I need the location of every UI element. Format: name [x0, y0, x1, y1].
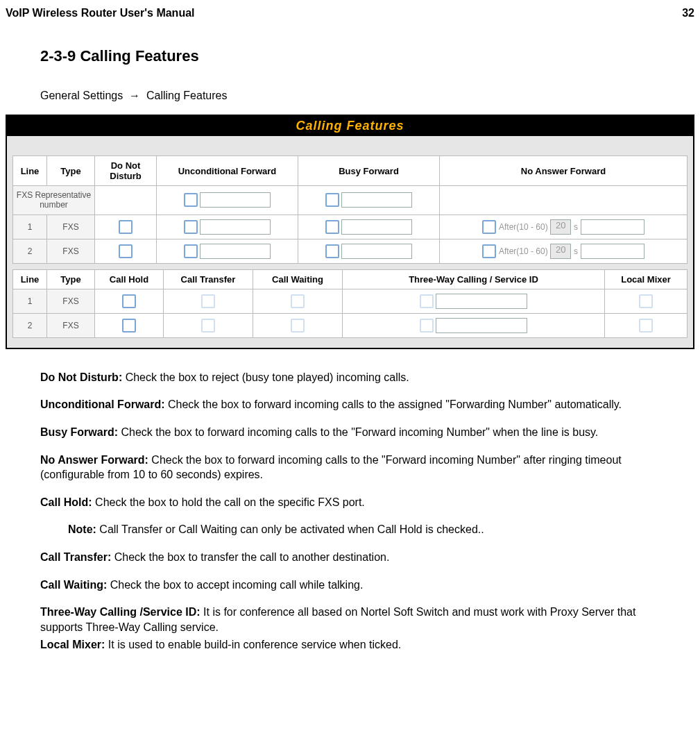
after-seconds-input[interactable]: 20 — [550, 219, 571, 235]
note-label: Note: — [68, 523, 96, 535]
table-row: 2 FXS After(10 - 60) 20 s — [13, 239, 688, 263]
rep-number-label: FXS Representative number — [13, 186, 95, 215]
three-way-checkbox[interactable] — [420, 319, 434, 333]
doc-header-left: VoIP Wireless Router User's Manual — [6, 7, 195, 19]
th-call-hold: Call Hold — [95, 269, 164, 289]
ch-label: Call Hold: — [40, 496, 92, 508]
after-label: After(10 - 60) — [499, 246, 548, 256]
table-row: 1 FXS After(10 - 60) 20 s — [13, 214, 688, 239]
cell-type: FXS — [47, 289, 95, 313]
dnd-label: Do Not Disturb: — [40, 371, 122, 383]
th-call-transfer: Call Transfer — [164, 269, 253, 289]
section-title: 2-3-9 Calling Features — [40, 47, 694, 65]
th-three-way: Three-Way Calling / Service ID — [343, 269, 605, 289]
no-answer-number-input[interactable] — [581, 219, 644, 235]
cell-type: FXS — [47, 313, 95, 337]
panel-title: Calling Features — [7, 116, 693, 136]
call-options-table: Line Type Call Hold Call Transfer Call W… — [12, 269, 688, 338]
th-local-mixer: Local Mixer — [605, 269, 688, 289]
th-no-answer-forward: No Answer Forward — [440, 156, 688, 186]
ct-text: Check the box to transfer the call to an… — [111, 551, 389, 563]
busy-forward-checkbox[interactable] — [325, 244, 339, 258]
forward-table: Line Type Do Not Disturb Unconditional F… — [12, 155, 688, 264]
ct-label: Call Transfer: — [40, 551, 111, 563]
call-hold-checkbox[interactable] — [122, 319, 136, 333]
cell-line: 1 — [13, 214, 47, 239]
cw-text: Check the box to accept incoming call wh… — [107, 579, 363, 591]
th-busy-forward: Busy Forward — [298, 156, 440, 186]
bf-label: Busy Forward: — [40, 426, 118, 438]
doc-header-page: 32 — [682, 7, 694, 19]
three-way-checkbox[interactable] — [420, 294, 434, 308]
after-seconds-input[interactable]: 20 — [550, 244, 571, 259]
call-waiting-checkbox[interactable] — [291, 294, 305, 308]
table-row: 1 FXS — [13, 289, 688, 313]
naf-label: No Answer Forward: — [40, 454, 148, 466]
busy-forward-input[interactable] — [341, 244, 412, 259]
service-id-input[interactable] — [436, 318, 527, 333]
busy-forward-input[interactable] — [341, 219, 412, 235]
after-unit: s — [574, 222, 578, 232]
dnd-text: Check the box to reject (busy tone playe… — [122, 371, 409, 383]
note-text: Call Transfer or Call Waiting can only b… — [96, 523, 484, 535]
lm-text: It is used to enable build-in conference… — [105, 639, 401, 650]
th-type: Type — [47, 269, 95, 289]
uncond-forward-input[interactable] — [200, 244, 271, 259]
breadcrumb: General Settings → Calling Features — [40, 90, 694, 102]
local-mixer-checkbox[interactable] — [639, 294, 653, 308]
after-unit: s — [574, 246, 578, 256]
cell-type: FXS — [47, 239, 95, 263]
uncond-forward-checkbox[interactable] — [184, 193, 198, 207]
th-call-waiting: Call Waiting — [253, 269, 343, 289]
tw-label: Three-Way Calling /Service ID: — [40, 606, 200, 618]
calling-features-panel: Calling Features Line Type Do Not Distur… — [6, 115, 694, 349]
descriptions: Do Not Disturb: Check the box to reject … — [40, 370, 660, 653]
no-answer-checkbox[interactable] — [482, 220, 496, 234]
cell-line: 2 — [13, 239, 47, 263]
cell-empty — [95, 186, 157, 215]
dnd-checkbox[interactable] — [119, 244, 133, 258]
th-uncond-forward: Unconditional Forward — [157, 156, 298, 186]
after-label: After(10 - 60) — [499, 222, 548, 232]
local-mixer-checkbox[interactable] — [639, 319, 653, 333]
call-transfer-checkbox[interactable] — [201, 294, 215, 308]
dnd-checkbox[interactable] — [119, 220, 133, 234]
cw-label: Call Waiting: — [40, 579, 107, 591]
th-dnd: Do Not Disturb — [95, 156, 157, 186]
ch-text: Check the box to hold the call on the sp… — [92, 496, 365, 508]
call-hold-checkbox[interactable] — [122, 294, 136, 308]
th-type: Type — [47, 156, 95, 186]
cell-empty — [440, 186, 688, 215]
table-row: FXS Representative number — [13, 186, 688, 215]
cell-line: 2 — [13, 313, 47, 337]
uncond-forward-input[interactable] — [200, 219, 271, 235]
bf-text: Check the box to forward incoming calls … — [118, 426, 598, 438]
th-line: Line — [13, 269, 47, 289]
busy-forward-checkbox[interactable] — [325, 193, 339, 207]
no-answer-checkbox[interactable] — [482, 244, 496, 258]
breadcrumb-sep: → — [129, 90, 140, 101]
table-row: 2 FXS — [13, 313, 688, 337]
call-transfer-checkbox[interactable] — [201, 319, 215, 333]
breadcrumb-a: General Settings — [40, 90, 123, 101]
th-line: Line — [13, 156, 47, 186]
uncond-forward-checkbox[interactable] — [184, 220, 198, 234]
call-waiting-checkbox[interactable] — [291, 319, 305, 333]
no-answer-number-input[interactable] — [581, 244, 644, 259]
uncond-forward-input[interactable] — [200, 192, 271, 208]
uf-text: Check the box to forward incoming calls … — [165, 398, 622, 410]
service-id-input[interactable] — [436, 294, 527, 309]
busy-forward-checkbox[interactable] — [325, 220, 339, 234]
cell-line: 1 — [13, 289, 47, 313]
uncond-forward-checkbox[interactable] — [184, 244, 198, 258]
lm-label: Local Mixer: — [40, 639, 105, 650]
busy-forward-input[interactable] — [341, 192, 412, 208]
cell-type: FXS — [47, 214, 95, 239]
breadcrumb-b: Calling Features — [146, 90, 228, 101]
uf-label: Unconditional Forward: — [40, 398, 165, 410]
